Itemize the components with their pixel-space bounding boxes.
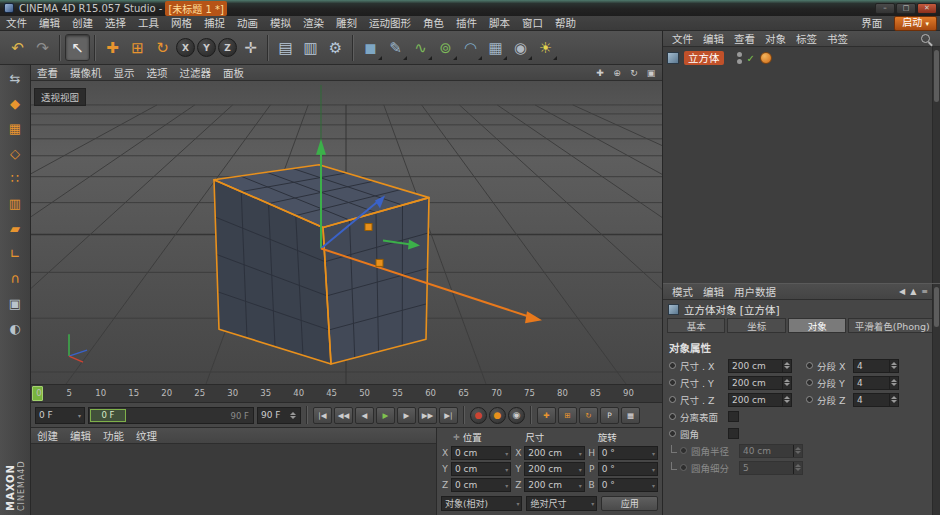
keyframe-dot[interactable] bbox=[669, 430, 676, 437]
goto-start-button[interactable]: |◀ bbox=[313, 407, 332, 424]
panel-menu-icon[interactable]: ≡ bbox=[921, 287, 928, 296]
size-input[interactable]: 200 cm▾ bbox=[524, 462, 584, 476]
workplane-mode-button[interactable]: ◇ bbox=[3, 142, 27, 165]
timeline-ruler[interactable]: 051015202530354045505560657075808590 bbox=[31, 385, 662, 403]
viewport-menu-item[interactable]: 摄像机 bbox=[64, 65, 108, 81]
attribute-tab[interactable]: 平滑着色(Phong) bbox=[848, 318, 936, 333]
rotation-input[interactable]: 0 °▾ bbox=[598, 478, 658, 492]
nav-up-icon[interactable]: ▲ bbox=[910, 287, 916, 296]
workplane-lock-button[interactable]: ▣ bbox=[3, 292, 27, 315]
render-view-button[interactable]: ▤ bbox=[273, 34, 298, 61]
keyframe-dot[interactable] bbox=[669, 379, 676, 386]
object-manager-scrollbar[interactable] bbox=[932, 47, 940, 283]
add-deformer-button[interactable]: ◠ bbox=[458, 34, 483, 61]
position-input[interactable]: 0 cm▾ bbox=[451, 478, 511, 492]
attribute-menu-item[interactable]: 模式 bbox=[667, 284, 698, 300]
record-scale-toggle[interactable]: ⊞ bbox=[558, 407, 577, 424]
keyframe-dot[interactable] bbox=[669, 396, 676, 403]
size-value-field[interactable]: 200 cm bbox=[728, 393, 792, 407]
position-input[interactable]: 0 cm▾ bbox=[451, 446, 511, 460]
phong-tag-icon[interactable] bbox=[760, 52, 772, 64]
viewport-label[interactable]: 透视视图 bbox=[34, 88, 86, 106]
enable-check-icon[interactable]: ✓ bbox=[747, 53, 755, 64]
apply-button[interactable]: 应用 bbox=[601, 496, 658, 511]
material-list-area[interactable] bbox=[31, 444, 436, 515]
render-settings-button[interactable]: ⚙ bbox=[323, 34, 348, 61]
menubar-item[interactable]: 创建 bbox=[66, 16, 99, 31]
autokey-button[interactable]: ● bbox=[489, 407, 506, 424]
object-manager-menu-item[interactable]: 查看 bbox=[729, 31, 760, 47]
menubar-item[interactable]: 工具 bbox=[132, 16, 165, 31]
layout-switch-button[interactable]: 启动 ▾ bbox=[894, 16, 937, 31]
menubar-item[interactable]: 模拟 bbox=[264, 16, 297, 31]
attribute-tab[interactable]: 基本 bbox=[667, 318, 725, 333]
keyframe-dot[interactable] bbox=[806, 396, 813, 403]
snap-button[interactable]: ∩ bbox=[3, 267, 27, 290]
menubar-item[interactable]: 文件 bbox=[0, 16, 33, 31]
viewport-menu-item[interactable]: 面板 bbox=[217, 65, 250, 81]
record-position-toggle[interactable]: ✚ bbox=[537, 407, 556, 424]
keyframe-dot[interactable] bbox=[806, 362, 813, 369]
menubar-item[interactable]: 渲染 bbox=[297, 16, 330, 31]
size-input[interactable]: 200 cm▾ bbox=[524, 446, 584, 460]
redo-icon[interactable]: ↷ bbox=[30, 34, 55, 61]
close-button[interactable]: ✕ bbox=[917, 3, 937, 14]
object-manager-menu-item[interactable]: 书签 bbox=[822, 31, 853, 47]
maximize-button[interactable]: □ bbox=[896, 3, 916, 14]
y-axis-lock-button[interactable]: Y bbox=[197, 38, 216, 57]
menubar-item[interactable]: 选择 bbox=[99, 16, 132, 31]
viewport-menu-item[interactable]: 过滤器 bbox=[174, 65, 218, 81]
material-menu-item[interactable]: 编辑 bbox=[64, 428, 97, 443]
record-pla-toggle[interactable]: ▦ bbox=[621, 407, 640, 424]
size-mode-select[interactable]: 绝对尺寸▾ bbox=[526, 496, 597, 511]
object-manager-menu-item[interactable]: 编辑 bbox=[698, 31, 729, 47]
search-icon[interactable] bbox=[921, 34, 930, 43]
add-camera-button[interactable]: ◉ bbox=[508, 34, 533, 61]
viewport-menu-item[interactable]: 查看 bbox=[31, 65, 64, 81]
next-key-button[interactable]: ▶▶ bbox=[418, 407, 437, 424]
add-light-button[interactable]: ☀ bbox=[533, 34, 558, 61]
rotation-input[interactable]: 0 °▾ bbox=[598, 446, 658, 460]
record-keyframe-button[interactable]: ● bbox=[470, 407, 487, 424]
segments-value-field[interactable]: 4 bbox=[853, 393, 899, 407]
material-menu-item[interactable]: 功能 bbox=[97, 428, 130, 443]
menubar-item[interactable]: 窗口 bbox=[516, 16, 549, 31]
attribute-menu-item[interactable]: 用户数据 bbox=[729, 284, 781, 300]
undo-icon[interactable]: ↶ bbox=[5, 34, 30, 61]
size-input[interactable]: 200 cm▾ bbox=[524, 478, 584, 492]
viewport-menu-item[interactable]: 显示 bbox=[108, 65, 141, 81]
points-mode-button[interactable]: ∷ bbox=[3, 167, 27, 190]
size-value-field[interactable]: 200 cm bbox=[728, 359, 792, 373]
menubar-item[interactable]: 雕刻 bbox=[330, 16, 363, 31]
menubar-item[interactable]: 动画 bbox=[231, 16, 264, 31]
prev-frame-button[interactable]: ◀ bbox=[355, 407, 374, 424]
coordinate-system-button[interactable]: ✛ bbox=[238, 34, 263, 61]
viewport-solo-button[interactable]: ◐ bbox=[3, 317, 27, 340]
object-name[interactable]: 立方体 bbox=[684, 51, 724, 65]
object-list[interactable]: 立方体 ✓ bbox=[663, 47, 932, 283]
object-manager-menu-item[interactable]: 对象 bbox=[760, 31, 791, 47]
add-generator-button[interactable]: ⊚ bbox=[433, 34, 458, 61]
record-rotation-toggle[interactable]: ↻ bbox=[579, 407, 598, 424]
model-mode-button[interactable]: ◆ bbox=[3, 92, 27, 115]
rotate-tool[interactable]: ↻ bbox=[150, 34, 175, 61]
object-manager-menu-item[interactable]: 文件 bbox=[667, 31, 698, 47]
view-toggle-icon[interactable]: ▣ bbox=[644, 66, 658, 79]
render-picture-viewer-button[interactable]: ▥ bbox=[298, 34, 323, 61]
add-cube-button[interactable]: ◼ bbox=[358, 34, 383, 61]
object-manager-menu-item[interactable]: 标签 bbox=[791, 31, 822, 47]
position-input[interactable]: 0 cm▾ bbox=[451, 462, 511, 476]
enable-axis-button[interactable]: ∟ bbox=[3, 242, 27, 265]
record-parameter-toggle[interactable]: P bbox=[600, 407, 619, 424]
timeline-slider-handle[interactable]: 0 F bbox=[90, 409, 126, 422]
viewport-menu-item[interactable]: 选项 bbox=[141, 65, 174, 81]
interface-menu[interactable]: 界面 bbox=[855, 16, 888, 31]
attribute-tab[interactable]: 对象 bbox=[788, 318, 846, 333]
perspective-viewport[interactable]: 透视视图 bbox=[31, 81, 662, 385]
view-rotate-icon[interactable]: ↻ bbox=[627, 66, 641, 79]
menubar-item[interactable]: 运动图形 bbox=[363, 16, 417, 31]
size-value-field[interactable]: 200 cm bbox=[728, 376, 792, 390]
menubar-item[interactable]: 角色 bbox=[417, 16, 450, 31]
attribute-tab[interactable]: 坐标 bbox=[727, 318, 785, 333]
edges-mode-button[interactable]: ▥ bbox=[3, 192, 27, 215]
